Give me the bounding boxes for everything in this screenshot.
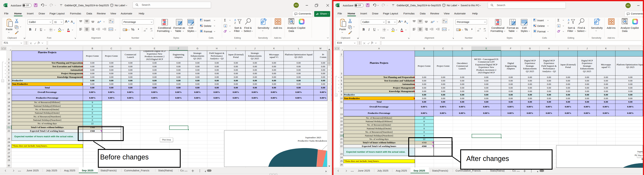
svg-text:c: c (110, 21, 110, 23)
svg-text:A: A (568, 18, 570, 21)
svg-text:.00: .00 (483, 28, 486, 30)
svg-text:←0: ←0 (478, 28, 481, 30)
svg-text:→0: →0 (150, 30, 152, 32)
svg-text:ab: ab (443, 20, 445, 21)
svg-text:?: ? (111, 4, 112, 6)
svg-text:→0: →0 (483, 30, 486, 32)
svg-text:123: 123 (457, 29, 459, 31)
svg-text:ab: ab (110, 20, 111, 21)
svg-text:Z: Z (568, 22, 569, 24)
svg-text:123: 123 (123, 29, 126, 31)
svg-text:.00: .00 (150, 28, 152, 30)
svg-text:?: ? (444, 4, 444, 6)
svg-text:ab: ab (97, 20, 100, 24)
svg-text:A: A (234, 18, 236, 21)
svg-text:ab: ab (431, 20, 433, 24)
svg-text:.00: .00 (477, 30, 479, 32)
svg-text:Z: Z (234, 22, 236, 24)
svg-text:X: X (336, 4, 338, 6)
svg-text:←0: ←0 (145, 28, 147, 30)
svg-text:X: X (4, 4, 6, 6)
svg-text:c: c (443, 21, 444, 23)
svg-text:.00: .00 (144, 30, 146, 32)
